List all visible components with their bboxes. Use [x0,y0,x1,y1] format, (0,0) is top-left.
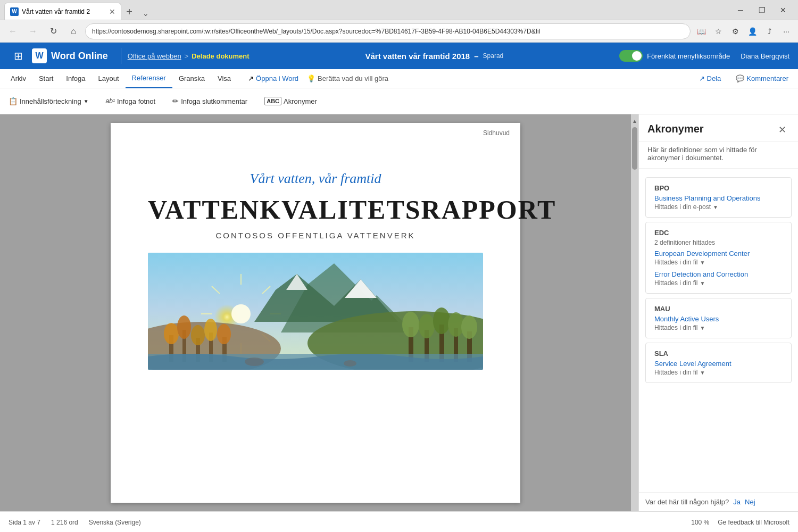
doc-italic-title: Vårt vatten, vår framtid [148,171,483,187]
svg-point-38 [245,358,264,366]
doc-saved-label: Sparad [483,52,504,60]
svg-point-10 [231,304,251,323]
endnote-icon: ✏ [172,97,179,105]
acronym-card-edc: EDC 2 definitioner hittades European Dev… [645,222,792,294]
acronym-term-mau-0[interactable]: Monthly Active Users [654,315,783,323]
acronym-source-edc-1[interactable]: Hittades i din fil ▼ [654,279,783,287]
menu-start[interactable]: Start [32,69,60,88]
address-bar[interactable]: https://contosodemosg.sharepoint.com/:w:… [85,23,691,39]
svg-point-22 [164,323,179,344]
word-icon: W [32,48,47,63]
app-grid-button[interactable]: ⊞ [9,46,28,65]
acronym-source-sla-0[interactable]: Hittades i din fil ▼ [654,369,783,376]
open-in-word-label: Öppna i Word [256,74,298,82]
tab-title: Vårt vatten vår framtid 2 [22,8,90,15]
panel-close-button[interactable]: ✕ [775,123,789,137]
open-in-word-btn[interactable]: ↗ Öppna i Word [248,74,298,82]
acronym-source-mau-0[interactable]: Hittades i din fil ▼ [654,324,783,331]
doc-title-text: Vårt vatten vår framtid 2018 [365,52,470,61]
reader-view-button[interactable]: 📖 [694,24,709,39]
browser-tab[interactable]: W Vårt vatten vår framtid 2 ✕ [4,3,121,20]
bookmark-button[interactable]: ☆ [711,24,726,39]
ribbon: Arkiv Start Infoga Layout Referenser Gra… [0,69,798,114]
simplified-ribbon-toggle[interactable]: Förenklat menyfliksområde [619,50,730,62]
browser-more-button[interactable]: ··· [779,24,794,39]
tell-me-btn[interactable]: 💡 Berätta vad du vill göra [307,74,388,82]
toggle-label: Förenklat menyfliksområde [647,52,730,60]
restore-button[interactable]: ❐ [751,1,772,20]
word-app-bar: ⊞ W Word Online Office på webben > Delad… [0,43,798,69]
document-canvas[interactable]: Sidhuvud Vårt vatten, vår framtid VATTEN… [0,114,638,511]
toc-icon: 📋 [9,97,18,105]
back-button[interactable]: ← [4,23,21,40]
acronyms-button[interactable]: ABC Akronymer [260,95,321,107]
lightbulb-icon: 💡 [307,74,315,82]
breadcrumb-office[interactable]: Office på webben [128,52,181,60]
doc-image-svg [148,253,483,370]
share-button[interactable]: ↗ Dela [694,72,727,85]
chevron-down-icon-mau: ▼ [700,325,705,331]
menu-infoga[interactable]: Infoga [60,69,92,88]
refresh-button[interactable]: ↻ [45,23,62,40]
table-of-contents-button[interactable]: 📋 Innehållsförteckning ▼ [4,95,93,107]
close-button[interactable]: ✕ [772,1,794,20]
footer-no-link[interactable]: Nej [745,498,755,506]
svg-point-33 [419,314,435,338]
comment-icon: 💬 [736,74,744,82]
acronyms-label: Akronymer [284,97,317,105]
forward-button[interactable]: → [24,23,41,40]
comments-button[interactable]: 💬 Kommentarer [730,72,794,85]
menu-arkiv[interactable]: Arkiv [4,69,32,88]
breadcrumb-shared[interactable]: Delade dokument [192,52,249,60]
acronym-term-sla-0[interactable]: Service Level Agreement [654,360,783,368]
acronym-source-edc-0[interactable]: Hittades i din fil ▼ [654,259,783,266]
feedback-link[interactable]: Ge feedback till Microsoft [718,519,789,526]
svg-point-26 [217,324,231,344]
browser-tools-button[interactable]: ⚙ [728,24,743,39]
scroll-up-btn[interactable]: ▲ [631,114,638,127]
acronym-card-bpo: BPO Business Planning and Operations Hit… [645,177,792,218]
browser-share-button[interactable]: ⤴ [762,24,777,39]
svg-point-25 [204,319,217,341]
acronym-source-bpo-0[interactable]: Hittades i din e-post ▼ [654,203,783,211]
toggle-switch[interactable] [619,50,643,62]
tab-menu-button[interactable]: ⌄ [139,7,152,20]
browser-person-button[interactable]: 👤 [745,24,760,39]
footnote-icon: ab¹ [106,97,115,105]
panel-header: Akronymer ✕ [639,114,798,142]
main-content: ▲ Sidhuvud Vårt vatten, vår framtid VATT… [0,114,798,511]
acronym-term-edc-1[interactable]: Error Detection and Correction [654,270,783,278]
page-count: Sida 1 av 7 [9,519,40,526]
new-tab-button[interactable]: + [121,4,137,20]
toc-arrow: ▼ [84,98,89,104]
document-title-bar: Vårt vatten vår framtid 2018 – Sparad [250,52,620,61]
panel-content[interactable]: BPO Business Planning and Operations Hit… [639,169,798,492]
insert-endnote-button[interactable]: ✏ Infoga slutkommentar [168,95,252,107]
chevron-down-icon-edc1: ▼ [700,280,705,286]
menu-visa[interactable]: Visa [211,69,237,88]
home-button[interactable]: ⌂ [65,23,82,40]
svg-point-34 [433,307,450,334]
scroll-thumb[interactable] [632,127,637,170]
acronym-term-bpo-0[interactable]: Business Planning and Operations [654,194,783,202]
insert-footnote-button[interactable]: ab¹ Infoga fotnot [102,95,160,107]
app-bar-divider [121,48,121,64]
svg-point-24 [191,325,205,345]
footnote-label: Infoga fotnot [117,97,155,105]
tell-me-label: Berätta vad du vill göra [318,74,388,82]
menu-granska[interactable]: Granska [172,69,211,88]
footer-yes-link[interactable]: Ja [733,498,741,506]
tab-favicon: W [10,7,19,16]
user-name[interactable]: Diana Bergqvist [741,52,789,60]
menu-layout[interactable]: Layout [92,69,126,88]
status-right: 100 % Ge feedback till Microsoft [691,519,789,526]
svg-point-32 [402,312,419,337]
tab-close-button[interactable]: ✕ [109,7,115,16]
menu-referenser[interactable]: Referenser [126,69,172,88]
acronym-code-bpo: BPO [654,184,783,192]
svg-point-39 [344,360,356,367]
acronym-term-edc-0[interactable]: European Development Center [654,250,783,257]
share-icon: ↗ [699,74,705,82]
minimize-button[interactable]: ─ [730,1,751,20]
scrollbar-vertical[interactable] [631,114,638,511]
